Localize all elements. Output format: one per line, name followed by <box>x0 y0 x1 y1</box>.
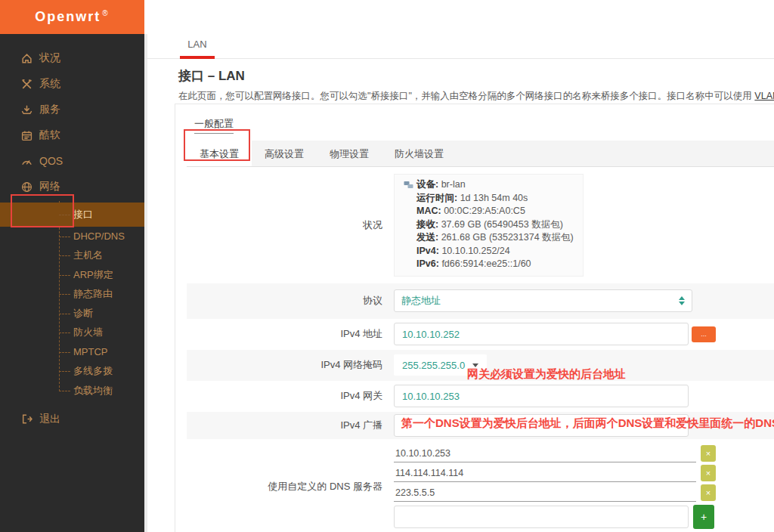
remove-dns-button[interactable]: × <box>701 484 716 501</box>
sidebar-item-label: 退出 <box>39 413 60 426</box>
tab-advanced-settings[interactable]: 高级设置 <box>252 141 317 166</box>
field-label: 使用自定义的 DNS 服务器 <box>187 480 394 493</box>
sidebar-item-label: 主机名 <box>73 249 103 262</box>
sidebar-item-label: 服务 <box>39 103 60 116</box>
ipv4-netmask-select[interactable]: 255.255.255.0 <box>394 354 487 376</box>
sidebar-item-label: 防火墙 <box>73 326 103 339</box>
dns-input-3[interactable] <box>394 484 696 502</box>
sidebar-item-diagnostics[interactable]: 诊断 <box>0 304 144 323</box>
sidebar-item-dhcp-dns[interactable]: DHCP/DNS <box>0 227 144 246</box>
dns-list: × × × + <box>394 445 716 529</box>
sidebar-item-mptcp[interactable]: MPTCP <box>0 342 144 362</box>
status-line: 运行时间: 1d 13h 54m 40s <box>404 192 574 206</box>
add-dns-button[interactable]: + <box>693 505 714 529</box>
dns-row: 使用自定义的 DNS 服务器 × × × <box>187 439 774 532</box>
gauge-icon <box>21 156 33 167</box>
sidebar-item-label: 静态路由 <box>73 287 113 301</box>
tree-dash <box>59 255 70 256</box>
sidebar-item-static-routes[interactable]: 静态路由 <box>0 285 144 305</box>
sidebar-item-label: ARP绑定 <box>73 268 113 282</box>
openwrt-admin-page: Openwrt® 状况 系统 服务 酷软 QOS <box>0 0 774 532</box>
ipv4-address-input[interactable] <box>394 323 689 345</box>
status-row: 状况 设备: br-lan 运行时间: 1d 13h 54m 40s MAC: … <box>187 167 774 283</box>
ipv4-gateway-input[interactable] <box>394 385 689 407</box>
sidebar-item-logout[interactable]: 退出 <box>0 407 144 432</box>
dns-input-2[interactable] <box>394 465 696 482</box>
sidebar-item-load-balancing[interactable]: 负载均衡 <box>0 381 144 401</box>
status-line: 设备: br-lan <box>404 178 574 192</box>
globe-icon <box>21 181 33 193</box>
section-legend: 一般配置 <box>194 117 234 134</box>
sidebar-item-network[interactable]: 网络 <box>0 174 144 200</box>
tab-physical-settings[interactable]: 物理设置 <box>317 141 382 166</box>
ipv4-gateway-row: IPv4 网关 <box>187 381 774 412</box>
status-line: 接收: 37.69 GB (65490453 数据包) <box>404 218 574 232</box>
sidebar-menu: 状况 系统 服务 酷软 QOS 网络 <box>0 34 144 432</box>
netmask-value: 255.255.255.0 <box>402 360 465 371</box>
general-config-card: 一般配置 基本设置 高级设置 物理设置 防火墙设置 状况 设备: br-lan … <box>175 104 774 532</box>
tree-dash <box>59 314 70 314</box>
dns-new-input[interactable] <box>394 506 689 528</box>
sidebar-item-label: 网络 <box>39 180 60 193</box>
protocol-row: 协议 静态地址 <box>187 283 774 319</box>
tree-dash <box>59 294 70 295</box>
sidebar-item-label: 酷软 <box>39 128 60 142</box>
remove-dns-button[interactable]: × <box>701 465 716 481</box>
interface-form: 状况 设备: br-lan 运行时间: 1d 13h 54m 40s MAC: … <box>187 167 774 532</box>
sidebar-item-kusoft[interactable]: 酷软 <box>0 122 144 148</box>
tab-firewall-settings[interactable]: 防火墙设置 <box>382 141 457 166</box>
config-tabs: 基本设置 高级设置 物理设置 防火墙设置 <box>187 141 774 167</box>
sidebar-item-label: 系统 <box>39 77 60 91</box>
sidebar-item-label: MPTCP <box>73 346 108 357</box>
ipv4-broadcast-input[interactable] <box>394 414 689 437</box>
tab-lan[interactable]: LAN <box>180 39 215 59</box>
tree-dash <box>59 215 70 215</box>
field-label: IPv4 广播 <box>187 419 394 432</box>
description-text: 在此页面，您可以配置网络接口。您可以勾选"桥接接口"，并输入由空格分隔的多个网络… <box>178 91 754 101</box>
sidebar-item-system[interactable]: 系统 <box>0 71 144 97</box>
tree-dash <box>59 371 70 372</box>
dns-entry: × <box>394 465 716 482</box>
browse-button[interactable]: ... <box>692 326 716 342</box>
sidebar: Openwrt® 状况 系统 服务 酷软 QOS <box>0 0 144 532</box>
sidebar-item-qos[interactable]: QOS <box>0 148 144 174</box>
interface-status-box: 设备: br-lan 运行时间: 1d 13h 54m 40s MAC: 00:… <box>394 174 584 277</box>
sidebar-item-label: 诊断 <box>73 307 93 320</box>
tree-dash <box>59 391 70 391</box>
bridge-icon <box>404 181 413 190</box>
network-submenu: 接口 DHCP/DNS 主机名 ARP绑定 静态路由 <box>0 203 144 401</box>
page-title: 接口 – LAN <box>178 67 774 85</box>
sidebar-divider <box>144 34 147 532</box>
tree-dash <box>59 352 70 353</box>
status-line: IPv6: fd66:5914:ee25::1/60 <box>404 258 574 271</box>
dns-input-1[interactable] <box>394 445 696 462</box>
home-icon <box>21 53 33 64</box>
field-label: 状况 <box>187 218 394 232</box>
tools-icon <box>21 79 33 90</box>
sidebar-item-services[interactable]: 服务 <box>0 97 144 122</box>
tab-basic-settings[interactable]: 基本设置 <box>187 141 252 166</box>
remove-dns-button[interactable]: × <box>701 445 716 462</box>
sidebar-item-label: DHCP/DNS <box>73 230 125 242</box>
ipv4-netmask-row: IPv4 网络掩码 255.255.255.0 <box>187 350 774 381</box>
sidebar-item-status[interactable]: 状况 <box>0 45 144 71</box>
sidebar-item-firewall[interactable]: 防火墙 <box>0 323 144 343</box>
sidebar-item-interfaces[interactable]: 接口 <box>0 203 144 227</box>
sidebar-item-label: 状况 <box>39 51 60 65</box>
dns-entry: × <box>394 445 716 462</box>
status-line: IPv4: 10.10.10.252/24 <box>404 245 574 258</box>
openwrt-logo[interactable]: Openwrt® <box>0 0 144 34</box>
sidebar-item-arp-binding[interactable]: ARP绑定 <box>0 265 144 285</box>
calendar-icon <box>21 130 33 141</box>
dropdown-caret-icon <box>472 363 478 367</box>
field-label: 协议 <box>187 294 394 308</box>
page-description: 在此页面，您可以配置网络接口。您可以勾选"桥接接口"，并输入由空格分隔的多个网络… <box>178 90 774 103</box>
status-line: 发送: 261.68 GB (535231374 数据包) <box>404 231 574 245</box>
vlan-link[interactable]: VLAN <box>754 91 774 101</box>
sidebar-item-hostname[interactable]: 主机名 <box>0 246 144 266</box>
sidebar-item-multiwan[interactable]: 多线多拨 <box>0 362 144 382</box>
tree-dash <box>59 237 70 237</box>
field-label: IPv4 网络掩码 <box>187 358 394 372</box>
tree-dash <box>59 275 70 276</box>
protocol-select[interactable]: 静态地址 <box>394 289 692 312</box>
